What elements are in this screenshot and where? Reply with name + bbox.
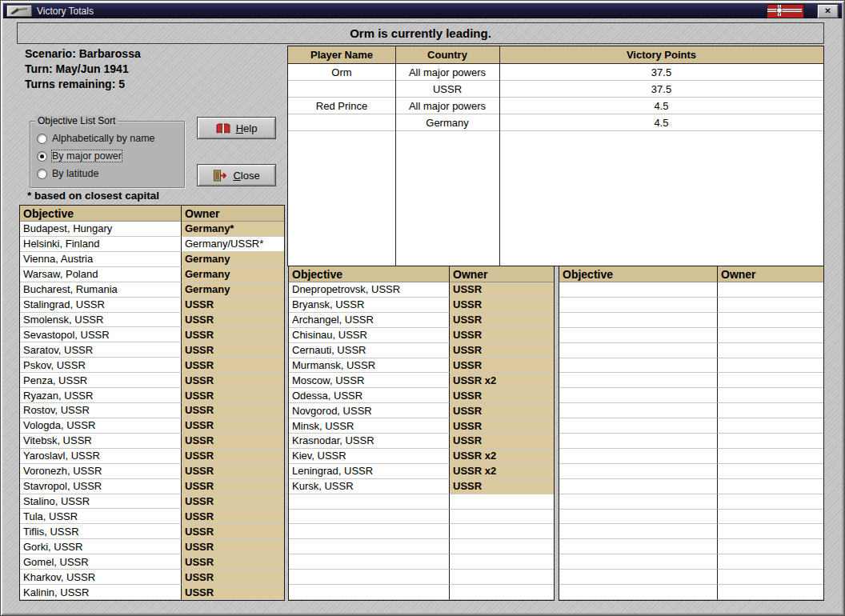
sort-option-1[interactable]: By major power <box>30 147 184 165</box>
owner-cell <box>450 524 554 539</box>
owner-cell <box>718 494 823 510</box>
objective-cell: Odessa, USSR <box>289 388 450 403</box>
country-cell: All major powers <box>395 98 499 114</box>
owner-cell <box>718 373 823 388</box>
owner-column-header: Owner <box>718 266 823 282</box>
owner-cell <box>718 510 823 525</box>
owner-cell: USSR <box>182 434 284 449</box>
objective-cell: Penza, USSR <box>20 373 182 388</box>
owner-cell <box>718 539 823 554</box>
sort-option-label: By latitude <box>52 168 98 179</box>
owner-cell <box>718 464 823 479</box>
objective-cell <box>559 554 718 570</box>
owner-cell: USSR x2 <box>450 449 554 464</box>
owner-cell <box>718 554 823 570</box>
objective-cell <box>559 434 718 449</box>
owner-cell: Germany <box>182 282 284 298</box>
player-name-cell: Red Prince <box>288 98 395 114</box>
owner-cell <box>718 449 823 464</box>
players-table-body: OrmAll major powers37.5USSR37.5Red Princ… <box>288 64 823 131</box>
help-book-icon <box>216 122 230 134</box>
objective-cell <box>559 403 718 418</box>
owner-cell: USSR <box>182 313 284 328</box>
objective-cell: Krasnodar, USSR <box>289 434 450 449</box>
leader-banner: Orm is currently leading. <box>17 22 824 44</box>
victory-points-cell: 4.5 <box>499 98 823 114</box>
help-button[interactable]: Help <box>197 117 276 139</box>
owner-cell: USSR <box>182 509 284 524</box>
objective-cell: Tula, USSR <box>20 509 182 524</box>
player-row: Red PrinceAll major powers4.5 <box>288 98 823 114</box>
objective-cell <box>289 494 450 510</box>
objective-cell <box>559 524 718 539</box>
owner-cell <box>450 570 554 585</box>
close-button[interactable]: Close <box>197 164 276 186</box>
objectives-table-middle: Objective Owner Dnepropetrovsk, USSRUSSR… <box>288 266 555 601</box>
objective-cell: Tiflis, USSR <box>20 524 182 539</box>
player-name-header: Player Name <box>288 46 395 63</box>
objective-cell <box>289 585 450 600</box>
objective-cell: Vienna, Austria <box>20 252 182 267</box>
objective-cell: Cernauti, USSR <box>289 343 450 358</box>
owner-cell: USSR <box>450 479 554 494</box>
owner-cell <box>718 585 823 600</box>
objective-cell: Bucharest, Rumania <box>20 282 182 298</box>
objective-cell: Stalino, USSR <box>20 494 182 510</box>
owner-cell: USSR <box>182 585 284 600</box>
radio-icon[interactable] <box>37 134 47 144</box>
objective-cell <box>559 539 718 554</box>
victory-points-header: Victory Points <box>499 46 823 63</box>
objective-cell <box>559 494 718 510</box>
objective-cell: Murmansk, USSR <box>289 358 450 374</box>
owner-cell <box>450 539 554 554</box>
objective-cell <box>559 388 718 403</box>
radio-icon[interactable] <box>37 169 47 179</box>
objective-cell <box>289 554 450 570</box>
owner-cell: USSR <box>450 358 554 374</box>
objective-cell: Sevastopol, USSR <box>20 327 182 342</box>
owner-cell: Germany <box>182 267 284 282</box>
titlebar-close-button[interactable]: ✕ <box>817 4 839 18</box>
owner-cell: USSR <box>182 358 284 373</box>
objective-cell <box>559 298 718 313</box>
player-name-cell: Orm <box>288 64 395 81</box>
players-table: Player Name Country Victory Points OrmAl… <box>287 46 824 266</box>
owner-cell <box>718 403 823 418</box>
owner-cell <box>450 554 554 570</box>
close-icon: ✕ <box>824 6 831 15</box>
owner-cell <box>718 418 823 434</box>
owner-cell: USSR <box>450 328 554 343</box>
title-bar[interactable]: Victory Totals ✕ <box>3 3 842 18</box>
owner-cell: USSR <box>450 434 554 449</box>
window-title: Victory Totals <box>37 6 94 17</box>
objective-column-header: Objective <box>20 206 182 222</box>
objective-cell: Kalinin, USSR <box>20 585 182 600</box>
radio-selected-icon[interactable] <box>37 151 47 162</box>
owner-cell <box>718 358 823 374</box>
owner-cell: Germany* <box>182 222 284 237</box>
owner-cell: USSR <box>182 524 284 539</box>
owner-cell <box>718 313 823 328</box>
objective-cell: Saratov, USSR <box>20 342 182 358</box>
objectives-table-left: Objective Owner Budapest, HungaryGermany… <box>19 205 285 601</box>
objective-cell <box>559 449 718 464</box>
close-button-label: Close <box>233 170 259 182</box>
owner-cell: USSR <box>182 403 284 418</box>
owner-cell <box>450 510 554 525</box>
turn-label: Turn: May/Jun 1941 <box>25 62 141 77</box>
owner-cell: USSR x2 <box>450 373 554 388</box>
player-row: OrmAll major powers37.5 <box>288 64 823 81</box>
sort-option-0[interactable]: Alphabetically by name <box>30 130 184 147</box>
owner-cell: USSR <box>182 298 284 313</box>
objective-cell <box>559 343 718 358</box>
german-ensign-flag-icon <box>767 4 804 18</box>
objective-cell: Vologda, USSR <box>20 418 182 434</box>
sort-option-2[interactable]: By latitude <box>30 165 184 182</box>
capital-footnote: * based on closest capital <box>27 190 159 202</box>
owner-cell: USSR <box>182 494 284 510</box>
objectives-table-right: Objective Owner <box>559 266 824 601</box>
objective-cell: Yaroslavl, USSR <box>20 449 182 464</box>
objective-cell: Archangel, USSR <box>289 313 450 328</box>
system-menu-icon[interactable] <box>6 5 32 17</box>
owner-cell: USSR <box>182 373 284 388</box>
